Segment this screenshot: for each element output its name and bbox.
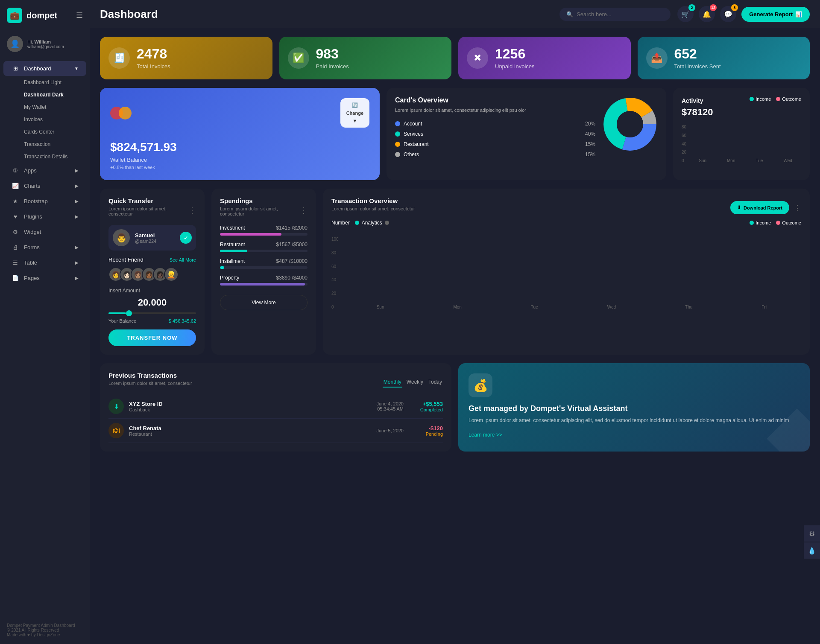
big-label-tue: Tue — [531, 305, 538, 309]
legend-account-pct: 20% — [585, 121, 595, 127]
tx-icon-1: ⬇ — [108, 399, 124, 414]
nav-sub-cards-center[interactable]: Cards Center — [3, 126, 86, 138]
qt-menu-icon[interactable]: ⋮ — [188, 206, 196, 215]
nav-item-forms[interactable]: 🖨 Forms ▶ — [3, 240, 86, 255]
to-actions: ⬇ Download Report ⋮ — [730, 201, 801, 214]
spending-restaurant-fill — [220, 250, 247, 252]
search-input[interactable] — [577, 11, 664, 17]
to-filters: Number Analytics Income — [331, 220, 801, 226]
nav-item-table[interactable]: ☰ Table ▶ — [3, 255, 86, 270]
tx-datetime-1: June 4, 2020 05:34:45 AM — [376, 401, 404, 411]
logo-icon: 💼 — [7, 8, 22, 23]
nav-item-plugins[interactable]: ♥ Plugins ▶ — [3, 209, 86, 224]
plugins-icon: ♥ — [11, 213, 20, 220]
cart-button[interactable]: 🛒 2 — [677, 6, 694, 22]
friend-6[interactable]: 👱 — [164, 267, 179, 282]
unpaid-invoices-label: Unpaid Invoices — [495, 63, 535, 70]
mastercard-icon — [110, 107, 132, 119]
chevron-down-icon: ▼ — [352, 118, 357, 123]
footer-app-name: Dompet Payment Admin Dashboard — [7, 623, 83, 628]
chevron-right-icon2: ▶ — [75, 184, 79, 188]
settings-button[interactable]: ⚙ — [804, 525, 820, 542]
qt-desc: Lorem ipsum dolor sit amet, consectetur — [108, 206, 188, 216]
legend-others-pct: 15% — [585, 152, 595, 157]
tx-name-1: XYZ Store ID — [129, 401, 371, 407]
tx-type-2: Restaurant — [129, 431, 371, 437]
big-bars-container: Sun Mon Tue Wed Thu Fri — [342, 302, 801, 309]
stat-cards-row: 🧾 2478 Total Invoices ✅ 983 Paid Invoice… — [100, 37, 810, 79]
nav-item-apps[interactable]: ① Apps ▶ — [3, 163, 86, 178]
big-label-mon: Mon — [453, 305, 461, 309]
change-button[interactable]: 🔄 Change ▼ — [340, 98, 369, 128]
activity-title: Activity — [682, 97, 703, 104]
analytics-filter[interactable]: Analytics — [355, 220, 389, 226]
chevron-right-icon5: ▶ — [75, 245, 79, 250]
header: Dashboard 🔍 🛒 2 🔔 12 💬 8 Generate Report… — [90, 0, 820, 28]
nav-sub-dashboard-dark[interactable]: Dashboard Dark — [3, 89, 86, 101]
nav-sub-dashboard-light[interactable]: Dashboard Light — [3, 76, 86, 88]
spendings-desc: Lorem ipsum dolor sit amet, consectetur — [220, 206, 300, 216]
nav-item-bootstrap[interactable]: ★ Bootstrap ▶ — [3, 194, 86, 209]
tx-date-2: June 5, 2020 — [376, 428, 404, 433]
nav-sub-transaction-details[interactable]: Transaction Details — [3, 151, 86, 163]
tab-weekly[interactable]: Weekly — [406, 377, 424, 388]
nav-item-pages[interactable]: 📄 Pages ▶ — [3, 271, 86, 286]
spendings-menu-icon[interactable]: ⋮ — [300, 206, 308, 215]
forms-icon: 🖨 — [11, 244, 20, 251]
label-mon: Mon — [727, 158, 735, 163]
nav-item-widget[interactable]: ⚙ Widget — [3, 224, 86, 239]
transfer-now-button[interactable]: TRANSFER NOW — [108, 329, 196, 346]
stat-card-total-invoices: 🧾 2478 Total Invoices — [100, 37, 272, 79]
spending-investment-amounts: $1415 /$2000 — [276, 225, 308, 231]
sent-invoices-label: Total Invoices Sent — [674, 63, 721, 70]
va-icon: 💰 — [469, 373, 492, 397]
nav-sub-transaction[interactable]: Transaction — [3, 138, 86, 150]
download-report-button[interactable]: ⬇ Download Report — [730, 201, 789, 214]
recent-friend-label: Recent Friend — [108, 256, 144, 263]
tab-monthly[interactable]: Monthly — [383, 377, 402, 388]
chart-bar-icon: 📊 — [795, 11, 802, 17]
transaction-row-2: 🍽 Chef Renata Restaurant June 5, 2020 -$… — [108, 419, 443, 443]
va-learn-more-link[interactable]: Learn more >> — [469, 432, 502, 438]
see-all-link[interactable]: See All More — [170, 257, 196, 262]
pie-chart — [602, 96, 658, 152]
tx-icon-2: 🍽 — [108, 423, 124, 438]
pt-tabs: Monthly Weekly Today — [383, 377, 443, 388]
label-wed: Wed — [784, 158, 792, 163]
income-circle — [750, 97, 754, 101]
wallet-card-header: 🔄 Change ▼ — [110, 98, 369, 128]
message-button[interactable]: 💬 8 — [720, 6, 736, 22]
table-icon: ☰ — [11, 259, 20, 266]
drop-button[interactable]: 💧 — [804, 542, 820, 559]
legend-restaurant-pct: 15% — [585, 141, 595, 147]
nav-sub-invoices[interactable]: Invoices — [3, 114, 86, 125]
nav-label-dashboard: Dashboard — [24, 65, 51, 72]
tx-right-1: +$5,553 Completed — [409, 401, 443, 412]
view-more-button[interactable]: View More — [220, 295, 308, 310]
search-box[interactable]: 🔍 — [559, 8, 671, 21]
nav-item-charts[interactable]: 📈 Charts ▶ — [3, 178, 86, 193]
pt-title: Previous Transactions — [108, 372, 192, 379]
income-legend-to: Income — [750, 220, 771, 225]
services-dot — [395, 131, 400, 137]
sent-icon: 📤 — [646, 47, 668, 69]
user-email: william@gmail.com — [27, 44, 64, 49]
tx-status-2: Pending — [409, 431, 443, 437]
tab-today[interactable]: Today — [428, 377, 443, 388]
generate-report-button[interactable]: Generate Report 📊 — [741, 7, 810, 22]
to-menu-icon[interactable]: ⋮ — [794, 203, 801, 213]
cards-overview: Card's Overview Lorem ipsum dolor sit am… — [387, 88, 666, 180]
bell-button[interactable]: 🔔 12 — [699, 6, 715, 22]
activity-card: Activity Income Outcome $78120 — [673, 88, 810, 180]
nav-item-dashboard[interactable]: ⊞ Dashboard ▼ — [3, 61, 86, 76]
number-filter[interactable]: Number — [331, 220, 350, 226]
app-name: dompet — [26, 11, 57, 20]
bootstrap-icon: ★ — [11, 198, 20, 204]
amount-display: 20.000 — [108, 297, 196, 308]
unpaid-icon: ✖ — [467, 47, 488, 69]
spending-property-label: Property — [220, 275, 239, 281]
amount-slider[interactable] — [108, 312, 196, 314]
legend-services: Services 40% — [395, 131, 595, 137]
nav-sub-my-wallet[interactable]: My Wallet — [3, 101, 86, 113]
hamburger-icon[interactable]: ☰ — [76, 11, 83, 20]
